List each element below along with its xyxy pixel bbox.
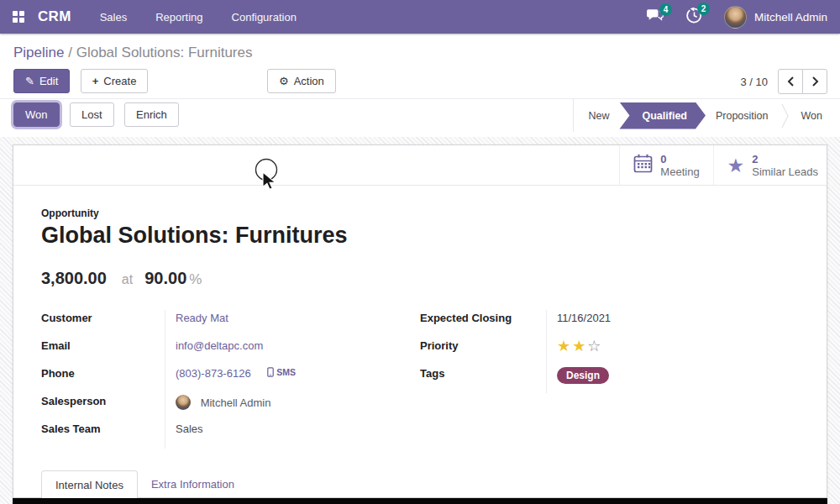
messages-badge: 4 <box>659 3 672 16</box>
meeting-count: 0 <box>660 153 699 165</box>
edit-button[interactable]: ✎ Edit <box>13 69 70 93</box>
menu-sales[interactable]: Sales <box>100 11 128 24</box>
expected-closing-row: Expected Closing 11/16/2021 <box>420 310 799 338</box>
phone-label: Phone <box>41 365 165 393</box>
salesperson-avatar <box>176 395 191 410</box>
expected-revenue-row: 3,800.00 at 90.00 % <box>41 269 799 288</box>
bottom-dark-strip <box>13 498 827 504</box>
percent-sign: % <box>189 271 202 288</box>
pager-previous-button[interactable] <box>778 69 803 94</box>
mark-won-button[interactable]: Won <box>13 102 60 127</box>
calendar-icon <box>633 154 653 176</box>
star-empty-icon[interactable]: ☆ <box>587 338 601 354</box>
status-row: Won Lost Enrich New Qualified Propositio… <box>0 98 840 132</box>
sms-button[interactable]: SMS <box>267 367 296 377</box>
notebook-tabs: Internal Notes Extra Information <box>13 470 827 499</box>
control-panel-buttons: ✎ Edit + Create ⚙ Action 3 / 10 <box>0 63 840 98</box>
mark-lost-button[interactable]: Lost <box>70 102 114 127</box>
email-value-link[interactable]: info@deltapc.com <box>176 339 263 352</box>
user-avatar <box>724 6 747 29</box>
mobile-phone-icon <box>267 367 274 377</box>
breadcrumb: Pipeline / Global Solutions: Furnitures <box>0 34 840 63</box>
expected-closing-value[interactable]: 11/16/2021 <box>557 312 611 324</box>
meeting-stat-button[interactable]: 0 Meeting <box>619 145 712 185</box>
tag-design[interactable]: Design <box>557 367 609 384</box>
breadcrumb-pipeline-link[interactable]: Pipeline <box>13 45 65 60</box>
form-sheet: Opportunity Global Solutions: Furnitures… <box>13 186 827 449</box>
user-name: Mitchell Admin <box>754 11 827 24</box>
form-view-background: 0 Meeting ★ 2 Similar Leads Opportunity … <box>0 137 840 504</box>
tab-extra-information[interactable]: Extra Information <box>138 470 248 498</box>
user-menu[interactable]: Mitchell Admin <box>724 6 827 29</box>
stage-statusbar: New Qualified Proposition Won <box>573 99 840 132</box>
menu-reporting[interactable]: Reporting <box>155 11 202 24</box>
opportunity-form-card: 0 Meeting ★ 2 Similar Leads Opportunity … <box>13 144 827 498</box>
top-navbar: CRM Sales Reporting Configuration 4 <box>0 0 840 34</box>
stage-new[interactable]: New <box>575 102 622 129</box>
app-brand[interactable]: CRM <box>38 8 71 25</box>
record-pager: 3 / 10 <box>740 69 827 94</box>
email-label: Email <box>41 338 165 365</box>
star-filled-icon[interactable]: ★ <box>572 338 585 354</box>
left-field-group: Customer Ready Mat Email info@deltapc.co… <box>41 310 420 449</box>
email-row: Email info@deltapc.com <box>41 338 420 365</box>
salesperson-row: Salesperson Mitchell Admin <box>41 393 420 421</box>
opportunity-title: Global Solutions: Furnitures <box>41 222 799 249</box>
menu-configuration[interactable]: Configuration <box>232 11 297 24</box>
stage-separator-icon <box>781 102 789 129</box>
activities-badge: 2 <box>697 3 710 15</box>
stage-won[interactable]: Won <box>789 102 835 129</box>
stage-qualified-active[interactable]: Qualified <box>619 102 705 129</box>
salesperson-value[interactable]: Mitchell Admin <box>201 396 271 409</box>
tab-internal-notes[interactable]: Internal Notes <box>41 470 138 499</box>
breadcrumb-separator: / <box>68 45 72 60</box>
control-panel: Pipeline / Global Solutions: Furnitures … <box>0 34 840 132</box>
enrich-button[interactable]: Enrich <box>124 102 179 127</box>
sales-team-row: Sales Team Sales <box>41 421 420 449</box>
meeting-label: Meeting <box>660 165 699 178</box>
phone-row: Phone (803)-873-6126 SMS <box>41 365 420 393</box>
expected-revenue-value: 3,800.00 <box>41 269 107 288</box>
sales-team-label: Sales Team <box>41 421 165 449</box>
apps-menu-icon[interactable] <box>13 11 24 23</box>
similar-leads-stat-button[interactable]: ★ 2 Similar Leads <box>713 145 827 185</box>
customer-value-link[interactable]: Ready Mat <box>176 312 228 324</box>
priority-label: Priority <box>420 338 546 365</box>
pencil-icon: ✎ <box>25 75 34 87</box>
customer-label: Customer <box>41 310 165 338</box>
salesperson-label: Salesperson <box>41 393 165 421</box>
customer-row: Customer Ready Mat <box>41 310 420 338</box>
at-label: at <box>122 272 133 287</box>
create-button[interactable]: + Create <box>81 69 149 93</box>
breadcrumb-current: Global Solutions: Furnitures <box>76 45 253 60</box>
stage-proposition[interactable]: Proposition <box>703 102 781 129</box>
navbar-menus: Sales Reporting Configuration <box>100 11 297 24</box>
phone-value-link[interactable]: (803)-873-6126 <box>176 367 251 380</box>
messages-button[interactable]: 4 <box>647 8 664 26</box>
plus-icon: + <box>92 75 99 87</box>
priority-row: Priority ★★☆ <box>420 338 799 365</box>
tags-label: Tags <box>420 365 546 393</box>
pager-next-button[interactable] <box>802 69 827 94</box>
star-icon: ★ <box>727 157 745 174</box>
field-groups: Customer Ready Mat Email info@deltapc.co… <box>41 310 799 449</box>
right-field-group: Expected Closing 11/16/2021 Priority ★★☆… <box>420 310 799 449</box>
expected-closing-label: Expected Closing <box>420 310 546 338</box>
similar-leads-count: 2 <box>752 153 818 165</box>
gear-icon: ⚙ <box>279 75 289 87</box>
record-type-label: Opportunity <box>41 207 799 219</box>
activities-button[interactable]: 2 <box>686 8 702 27</box>
navbar-right: 4 2 Mitchell Admin <box>647 6 827 29</box>
tags-row: Tags Design <box>420 365 799 393</box>
sales-team-value[interactable]: Sales <box>176 423 203 435</box>
probability-value: 90.00 <box>144 269 186 288</box>
star-filled-icon[interactable]: ★ <box>557 338 570 354</box>
action-menu-button[interactable]: ⚙ Action <box>267 69 336 93</box>
stat-button-row: 0 Meeting ★ 2 Similar Leads <box>13 145 827 186</box>
pager-counter: 3 / 10 <box>740 76 768 88</box>
priority-stars: ★★☆ <box>546 338 799 365</box>
similar-leads-label: Similar Leads <box>752 165 818 178</box>
